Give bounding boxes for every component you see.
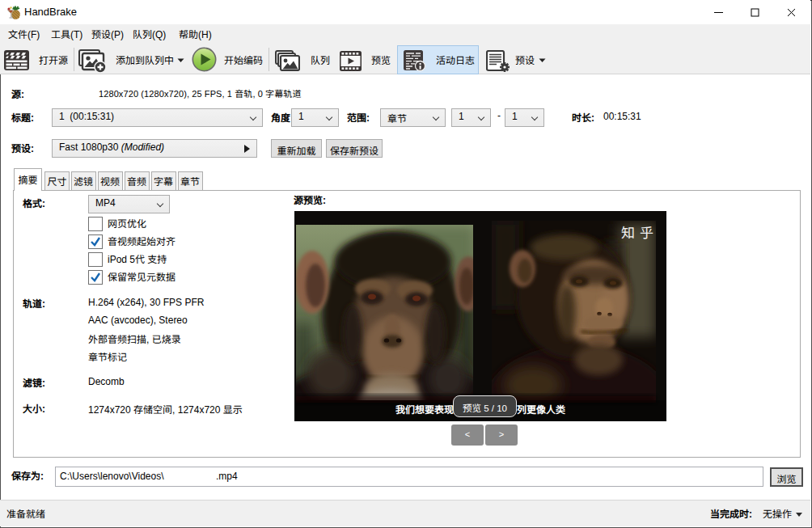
svg-text:知乎: 知乎 (621, 226, 658, 241)
svg-text:列更像人类: 列更像人类 (517, 404, 566, 416)
